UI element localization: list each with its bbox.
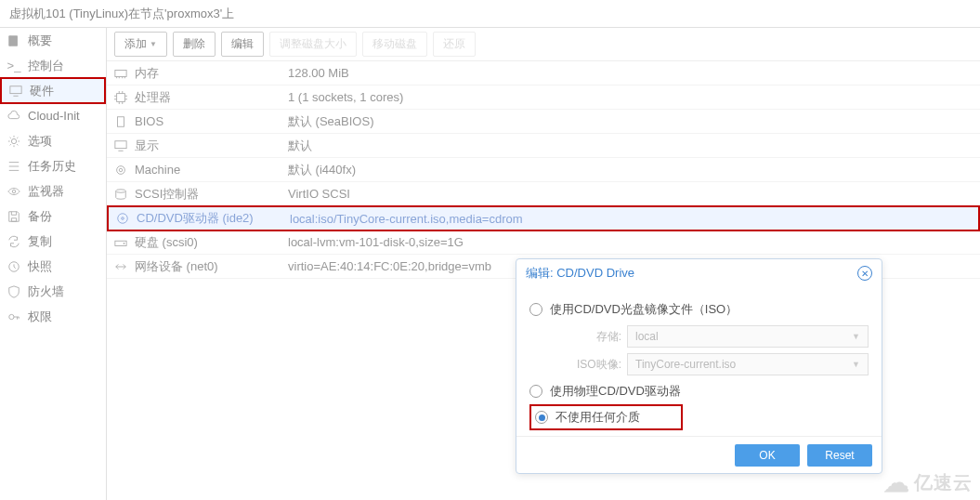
reset-button[interactable]: Reset [807,444,872,467]
svg-rect-7 [118,116,124,126]
svg-point-11 [116,189,126,192]
sidebar-item-taskhistory[interactable]: 任务历史 [0,153,106,178]
watermark: ☁ 亿速云 [883,467,973,498]
cpu-icon [114,91,135,104]
net-icon [114,260,135,273]
cloud-icon [7,110,20,123]
radio-icon-checked [535,411,548,424]
scsi-icon [114,188,135,201]
display-icon [114,139,135,152]
sidebar-item-label: 任务历史 [28,158,76,175]
sidebar-item-snapshot[interactable]: 快照 [0,254,106,279]
sidebar-item-label: 控制台 [28,58,64,74]
svg-rect-0 [10,86,21,93]
sidebar-item-label: 快照 [28,258,52,275]
eye-icon [7,185,20,198]
sidebar-item-permissions[interactable]: 权限 [0,304,106,329]
save-icon [7,210,20,223]
radio-option-physical[interactable]: 使用物理CD/DVD驱动器 [529,378,869,404]
disc-icon [116,212,137,225]
table-row[interactable]: 显示默认 [107,134,980,158]
remove-button[interactable]: 删除 [173,32,216,57]
sidebar-item-summary[interactable]: 概要 [0,28,106,53]
chevron-down-icon: ▼ [852,360,860,369]
svg-rect-5 [115,70,126,76]
svg-point-10 [119,168,123,172]
table-row[interactable]: BIOS默认 (SeaBIOS) [107,110,980,134]
svg-point-15 [124,243,125,244]
hdd-icon [114,236,135,249]
table-row[interactable]: 处理器1 (1 sockets, 1 cores) [107,86,980,110]
sync-icon [7,235,20,248]
sidebar-item-label: 备份 [28,208,52,225]
revert-button: 还原 [433,32,476,57]
table-row[interactable]: Machine默认 (i440fx) [107,158,980,182]
memory-icon [114,67,135,80]
radio-icon [529,303,542,316]
radio-option-none[interactable]: 不使用任何介质 [529,404,683,430]
radio-icon [529,385,542,398]
svg-point-12 [118,214,128,224]
sidebar-item-backup[interactable]: 备份 [0,204,106,229]
sidebar-item-firewall[interactable]: 防火墙 [0,279,106,304]
dialog-titlebar: 编辑: CD/DVD Drive ✕ [516,259,882,287]
window-title: 虚拟机101 (TinyLinux)在节点'proxmox3'上 [9,6,234,22]
sidebar-item-label: 权限 [28,309,52,325]
sidebar-item-options[interactable]: 选项 [0,128,106,153]
chevron-down-icon: ▼ [150,40,157,48]
sidebar-item-label: 概要 [28,33,52,49]
dialog-title-text: 编辑: CD/DVD Drive [526,265,634,282]
table-row[interactable]: SCSI控制器VirtIO SCSI [107,182,980,206]
toolbar: 添加▼ 删除 编辑 调整磁盘大小 移动磁盘 还原 [107,28,980,61]
table-row[interactable]: 内存128.00 MiB [107,61,980,86]
resize-disk-button: 调整磁盘大小 [269,32,357,57]
svg-point-13 [122,217,124,220]
edit-cddvd-dialog: 编辑: CD/DVD Drive ✕ 使用CD/DVD光盘镜像文件（ISO） 存… [516,258,882,474]
shield-icon [7,285,20,298]
sidebar-item-label: 监视器 [28,183,64,200]
svg-point-1 [11,138,16,143]
iso-label: ISO映像: [552,357,621,373]
radio-option-iso[interactable]: 使用CD/DVD光盘镜像文件（ISO） [529,296,869,322]
key-icon [7,310,20,323]
cloud-icon: ☁ [883,467,910,498]
sidebar: 概要 >_控制台 硬件 Cloud-Init 选项 任务历史 监视器 备份 复制… [0,28,107,500]
close-icon[interactable]: ✕ [857,266,872,281]
svg-rect-8 [115,140,126,148]
sidebar-item-replication[interactable]: 复制 [0,229,106,254]
sidebar-item-label: 选项 [28,133,52,150]
sidebar-item-monitor[interactable]: 监视器 [0,178,106,204]
svg-rect-6 [117,93,125,101]
add-button[interactable]: 添加▼ [114,32,167,57]
iso-select: TinyCore-current.iso▼ [627,353,869,375]
svg-point-2 [12,190,16,193]
storage-select: local▼ [627,325,869,348]
sidebar-item-label: Cloud-Init [28,109,80,123]
sidebar-item-console[interactable]: >_控制台 [0,53,106,78]
storage-label: 存储: [552,329,621,345]
history-icon [7,260,20,273]
terminal-icon: >_ [7,59,20,72]
edit-button[interactable]: 编辑 [221,32,264,57]
bios-icon [114,115,135,128]
ok-button[interactable]: OK [735,444,800,467]
chevron-down-icon: ▼ [852,332,860,341]
table-row-cddvd[interactable]: CD/DVD驱动器 (ide2)local:iso/TinyCore-curre… [107,205,980,231]
sidebar-item-label: 复制 [28,233,52,250]
gear-icon [7,135,20,148]
machine-icon [114,164,135,177]
move-disk-button: 移动磁盘 [362,32,427,57]
table-row[interactable]: 硬盘 (scsi0)local-lvm:vm-101-disk-0,size=1… [107,230,980,255]
list-icon [7,160,20,173]
svg-point-4 [9,314,14,319]
monitor-icon [9,85,22,98]
sidebar-item-label: 防火墙 [28,283,64,300]
sidebar-item-label: 硬件 [30,83,54,99]
sidebar-item-hardware[interactable]: 硬件 [0,77,106,104]
sidebar-item-cloudinit[interactable]: Cloud-Init [0,103,106,128]
window-header: 虚拟机101 (TinyLinux)在节点'proxmox3'上 [0,0,980,28]
svg-point-9 [117,165,125,174]
book-icon [7,34,20,47]
